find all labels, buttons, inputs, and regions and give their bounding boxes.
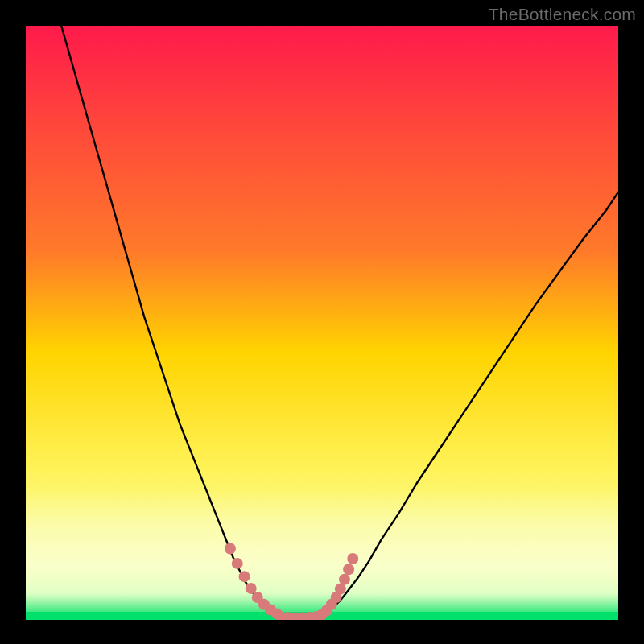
bottom-glow	[26, 489, 618, 609]
watermark-text: TheBottleneck.com	[489, 5, 636, 24]
curve-marker	[239, 571, 250, 582]
curve-marker	[343, 564, 354, 575]
curve-marker	[339, 574, 350, 585]
curve-marker	[232, 558, 243, 569]
curve-marker	[225, 543, 236, 554]
chart-frame: TheBottleneck.com	[0, 0, 644, 644]
curve-marker	[347, 553, 358, 564]
bottleneck-curve-chart	[0, 0, 644, 644]
